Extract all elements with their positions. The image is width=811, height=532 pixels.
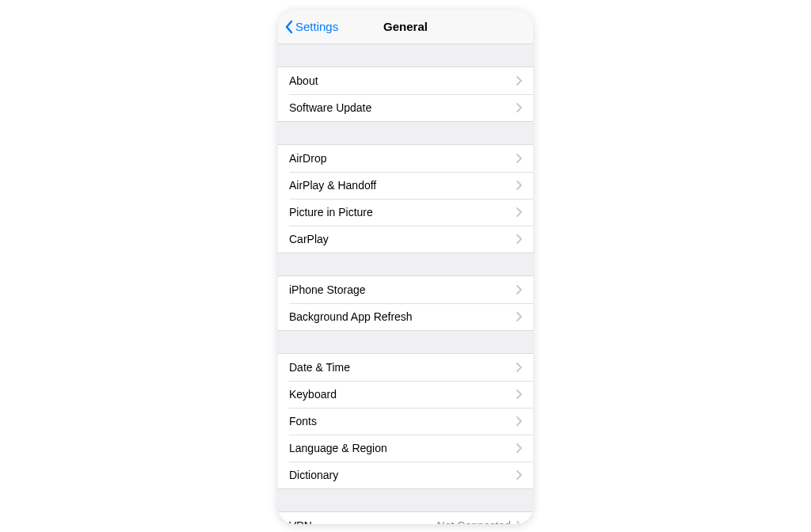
row-label: Keyboard xyxy=(289,389,516,400)
section-spacer xyxy=(278,489,533,511)
row-label: VPN xyxy=(289,520,437,524)
settings-row-language-region[interactable]: Language & Region xyxy=(278,435,533,462)
row-detail: Not Connected xyxy=(437,520,511,524)
settings-row-about[interactable]: About xyxy=(278,67,533,94)
row-label: Date & Time xyxy=(289,362,516,373)
back-label: Settings xyxy=(295,20,338,33)
row-label: Fonts xyxy=(289,416,516,427)
row-label: Picture in Picture xyxy=(289,207,516,218)
chevron-right-icon xyxy=(516,390,522,399)
back-button[interactable]: Settings xyxy=(284,19,338,35)
row-label: Dictionary xyxy=(289,469,516,481)
settings-row-software-update[interactable]: Software Update xyxy=(278,94,533,121)
device-frame: Settings General AboutSoftware UpdateAir… xyxy=(278,10,533,524)
section-spacer xyxy=(278,122,533,144)
row-label: AirPlay & Handoff xyxy=(289,180,516,191)
settings-row-date-time[interactable]: Date & Time xyxy=(278,354,533,381)
chevron-right-icon xyxy=(516,416,522,426)
settings-row-airdrop[interactable]: AirDrop xyxy=(278,145,533,172)
row-label: About xyxy=(289,75,516,86)
settings-row-vpn[interactable]: VPNNot Connected xyxy=(278,512,533,524)
settings-group: Date & TimeKeyboardFontsLanguage & Regio… xyxy=(278,353,533,489)
chevron-right-icon xyxy=(516,521,522,524)
chevron-right-icon xyxy=(516,363,522,372)
settings-group: AboutSoftware Update xyxy=(278,66,533,122)
chevron-right-icon xyxy=(516,470,522,480)
chevron-right-icon xyxy=(516,234,522,244)
chevron-right-icon xyxy=(516,154,522,163)
row-label: CarPlay xyxy=(289,234,516,245)
settings-row-iphone-storage[interactable]: iPhone Storage xyxy=(278,276,533,303)
chevron-right-icon xyxy=(516,180,522,190)
settings-row-fonts[interactable]: Fonts xyxy=(278,408,533,435)
row-label: Software Update xyxy=(289,102,516,113)
settings-row-keyboard[interactable]: Keyboard xyxy=(278,381,533,408)
chevron-right-icon xyxy=(516,76,522,86)
settings-row-carplay[interactable]: CarPlay xyxy=(278,226,533,253)
row-label: Background App Refresh xyxy=(289,311,516,322)
row-label: iPhone Storage xyxy=(289,284,516,295)
chevron-right-icon xyxy=(516,285,522,294)
section-spacer xyxy=(278,44,533,66)
chevron-right-icon xyxy=(516,312,522,321)
section-spacer xyxy=(278,331,533,353)
nav-bar: Settings General xyxy=(278,10,533,44)
row-label: Language & Region xyxy=(289,443,516,454)
settings-group: VPNNot Connected xyxy=(278,511,533,524)
settings-row-dictionary[interactable]: Dictionary xyxy=(278,462,533,488)
settings-row-picture-in-picture[interactable]: Picture in Picture xyxy=(278,199,533,226)
chevron-right-icon xyxy=(516,443,522,453)
chevron-right-icon xyxy=(516,207,522,217)
settings-group: iPhone StorageBackground App Refresh xyxy=(278,276,533,331)
section-spacer xyxy=(278,253,533,276)
chevron-left-icon xyxy=(284,19,294,35)
settings-row-airplay-handoff[interactable]: AirPlay & Handoff xyxy=(278,172,533,199)
chevron-right-icon xyxy=(516,103,522,112)
settings-content: AboutSoftware UpdateAirDropAirPlay & Han… xyxy=(278,44,533,524)
settings-row-background-app-refresh[interactable]: Background App Refresh xyxy=(278,303,533,330)
row-label: AirDrop xyxy=(289,153,516,164)
settings-group: AirDropAirPlay & HandoffPicture in Pictu… xyxy=(278,144,533,253)
